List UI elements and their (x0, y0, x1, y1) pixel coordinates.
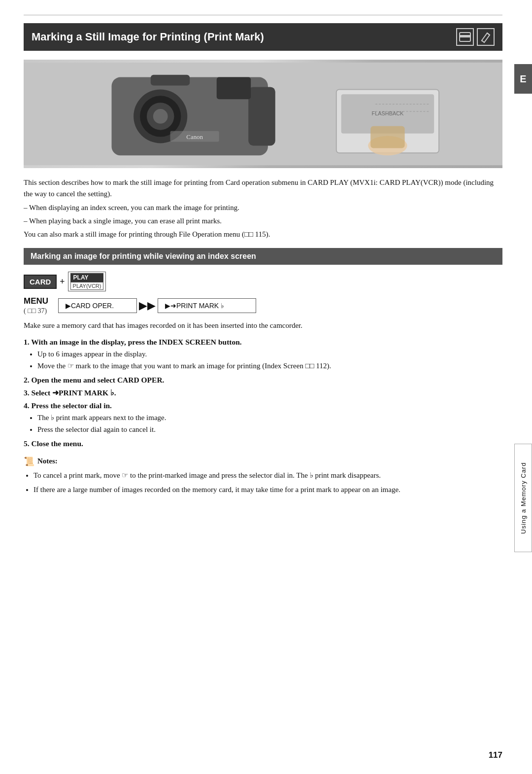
step-5-number: 5. (24, 439, 30, 448)
numbered-list: 1. With an image in the display, press t… (24, 338, 502, 448)
svg-rect-10 (217, 77, 251, 100)
svg-point-7 (153, 109, 168, 124)
menu-arrow-double: ▶▶ (137, 299, 158, 312)
tab-memory-label: Using a Memory Card (520, 462, 527, 533)
step-3-number: 3. (24, 388, 30, 397)
notes-icon: 📜 (24, 456, 34, 467)
svg-rect-8 (151, 75, 190, 86)
step-4-title: 4. Press the selector dial in. (24, 401, 502, 410)
step-1-bullet-1: Up to 6 images appear in the display. (37, 349, 502, 360)
step-1-number: 1. (24, 338, 30, 346)
menu-row: MENU ( □□ 37) ▶CARD OPER. ▶▶ ▶➜PRINT MAR… (24, 296, 502, 315)
step-3: 3. Select ➜PRINT MARK ♭. (24, 388, 502, 397)
step-5: 5. Close the menu. (24, 439, 502, 448)
page-number: 117 (489, 750, 502, 760)
plus-sign: + (60, 277, 65, 287)
step-1-bullet-2: Move the ☞ mark to the image that you wa… (37, 360, 502, 372)
step-1: 1. With an image in the display, press t… (24, 338, 502, 372)
step-4-number: 4. (24, 401, 30, 410)
page-title: Marking a Still Image for Printing (Prin… (32, 31, 264, 43)
step-1-title: 1. With an image in the display, press t… (24, 338, 502, 347)
step-5-title: 5. Close the menu. (24, 439, 502, 448)
menu-arrow-text: ▶▶ (139, 299, 156, 312)
step-4-text: Press the selector dial in. (32, 401, 112, 410)
tab-e: E (514, 64, 532, 94)
card-icon (456, 28, 474, 46)
sub-heading-text: Marking an image for printing while view… (31, 252, 256, 260)
menu-item-print-mark: ▶➜PRINT MARK ♭ (158, 298, 256, 313)
intro-bullet2: – When playing back a single image, you … (24, 215, 502, 227)
step-1-text: With an image in the display, press the … (31, 338, 241, 346)
notes-list: To cancel a print mark, move ☞ to the pr… (33, 470, 502, 496)
svg-text:Canon: Canon (186, 134, 203, 141)
card-play-row: CARD + PLAY PLAY(VCR) (24, 272, 502, 291)
menu-col: MENU ( □□ 37) (24, 296, 58, 315)
svg-rect-16 (370, 126, 404, 148)
svg-rect-1 (460, 35, 470, 37)
menu-label: MENU (24, 296, 58, 306)
step-3-title: 3. Select ➜PRINT MARK ♭. (24, 388, 502, 397)
pencil-icon (477, 28, 495, 46)
step-2: 2. Open the menu and select CARD OPER. (24, 376, 502, 385)
intro-para2: You can also mark a still image for prin… (24, 229, 502, 240)
note-1: To cancel a print mark, move ☞ to the pr… (33, 470, 502, 481)
svg-text:FLASHBACK: FLASHBACK (371, 110, 404, 116)
play-box-outer: PLAY PLAY(VCR) (68, 272, 106, 291)
step-1-bullets: Up to 6 images appear in the display. Mo… (37, 349, 502, 372)
title-bar: Marking a Still Image for Printing (Prin… (24, 23, 502, 51)
step-3-text: Select ➜PRINT MARK ♭. (32, 388, 116, 397)
tab-memory-card: Using a Memory Card (514, 444, 532, 552)
play-box-inner: PLAY (70, 273, 104, 282)
top-divider (24, 15, 502, 15)
step-4-bullet-2: Press the selector dial again to cancel … (37, 424, 502, 435)
camera-illustration: Canon FLASHBACK (24, 60, 502, 168)
step-2-number: 2. (24, 376, 30, 384)
menu-item2-text: ▶➜PRINT MARK ♭ (165, 302, 224, 310)
instructions-intro: Make sure a memory card that has images … (24, 320, 502, 331)
menu-item-card-oper: ▶CARD OPER. (58, 298, 137, 313)
menu-ref: ( □□ 37) (24, 307, 58, 315)
notes-header: 📜 Notes: (24, 456, 502, 467)
card-badge: CARD (24, 275, 57, 289)
intro-para1: This section describes how to mark the s… (24, 177, 502, 200)
step-4-bullets: The ♭ print mark appears next to the ima… (37, 412, 502, 435)
play-vcr-box: PLAY(VCR) (70, 282, 104, 290)
notes-header-text: Notes: (37, 457, 58, 465)
step-2-text: Open the menu and select CARD OPER. (32, 376, 165, 384)
tab-e-label: E (520, 73, 526, 85)
notes-section: 📜 Notes: To cancel a print mark, move ☞ … (24, 456, 502, 496)
menu-item1-text: ▶CARD OPER. (66, 302, 114, 310)
step-4: 4. Press the selector dial in. The ♭ pri… (24, 401, 502, 435)
step-4-bullet-1: The ♭ print mark appears next to the ima… (37, 412, 502, 423)
note-2: If there are a large number of images re… (33, 484, 502, 495)
title-icons (456, 28, 495, 46)
step-2-title: 2. Open the menu and select CARD OPER. (24, 376, 502, 385)
intro-paragraph: This section describes how to mark the s… (24, 177, 502, 240)
intro-bullet1: – When displaying an index screen, you c… (24, 202, 502, 213)
svg-rect-9 (248, 87, 275, 145)
instructions-intro-text: Make sure a memory card that has images … (24, 320, 502, 331)
step-5-text: Close the menu. (32, 439, 83, 448)
sub-heading-bar: Marking an image for printing while view… (24, 248, 502, 265)
